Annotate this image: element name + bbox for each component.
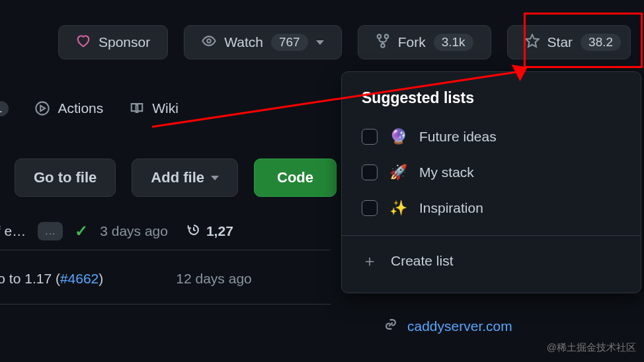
dropdown-title: Suggested lists <box>342 89 641 119</box>
divider <box>0 304 331 305</box>
go-to-file-button[interactable]: Go to file <box>15 159 116 197</box>
list-item-label: My stack <box>419 164 474 180</box>
fork-icon <box>376 34 390 52</box>
watch-button[interactable]: Watch 767 <box>184 25 341 59</box>
crystal-ball-icon: 🔮 <box>389 128 407 145</box>
svg-point-4 <box>36 102 49 114</box>
tab-wiki[interactable]: Wiki <box>130 100 179 116</box>
caret-down-icon <box>211 176 219 180</box>
checkbox[interactable] <box>362 129 378 145</box>
code-button[interactable]: Code <box>254 159 337 197</box>
fork-button[interactable]: Fork 3.1k <box>358 25 491 59</box>
history-icon <box>186 223 201 240</box>
tab-pull-requests[interactable]: ts 11 <box>0 100 9 116</box>
heart-icon <box>76 34 91 52</box>
fork-count: 3.1k <box>434 34 473 51</box>
svg-point-3 <box>381 44 385 48</box>
watch-count: 767 <box>271 34 308 51</box>
list-item[interactable]: 🔮 Future ideas <box>342 119 641 155</box>
check-icon: ✓ <box>75 222 88 240</box>
svg-point-1 <box>377 34 381 38</box>
list-item[interactable]: ✨ Inspiration <box>342 190 641 226</box>
commit-time: 12 days ago <box>176 271 251 287</box>
actions-label: Actions <box>58 100 103 116</box>
plus-icon: ＋ <box>362 250 378 272</box>
pr-link[interactable]: #4662 <box>60 271 99 286</box>
divider <box>0 250 331 250</box>
svg-point-0 <box>207 39 211 43</box>
list-item-label: Inspiration <box>419 200 483 216</box>
list-item-label: Future ideas <box>419 129 497 145</box>
fork-label: Fork <box>398 34 426 50</box>
sponsor-label: Sponsor <box>99 34 150 50</box>
star-count: 38.2 <box>581 34 621 51</box>
create-list-button[interactable]: ＋ Create list <box>342 235 641 277</box>
rocket-icon: 🚀 <box>389 164 407 181</box>
website-url: caddyserver.com <box>407 318 512 334</box>
commit-time: 3 days ago <box>100 223 168 239</box>
star-label: Star <box>547 34 573 50</box>
watch-label: Watch <box>224 34 263 50</box>
star-lists-dropdown: Suggested lists 🔮 Future ideas 🚀 My stac… <box>341 71 641 293</box>
star-icon <box>525 34 540 52</box>
eye-icon <box>202 34 216 52</box>
svg-point-2 <box>384 34 388 38</box>
list-item[interactable]: 🚀 My stack <box>342 155 641 190</box>
kebab-icon[interactable]: … <box>38 222 63 240</box>
checkbox[interactable] <box>362 200 378 216</box>
star-button[interactable]: Star 38.2 <box>507 25 631 59</box>
commit-count: 1,27 <box>206 223 233 239</box>
watermark: @稀土掘金技术社区 <box>547 342 636 354</box>
pr-count: 11 <box>0 101 9 116</box>
tab-actions[interactable]: Actions <box>35 100 103 116</box>
link-icon <box>383 317 398 335</box>
caret-down-icon <box>316 40 324 45</box>
commit-message: um Go to 1.17 (#4662) <box>0 271 103 287</box>
checkbox[interactable] <box>362 164 378 180</box>
wiki-label: Wiki <box>152 100 179 116</box>
add-file-button[interactable]: Add file <box>132 159 238 197</box>
sparkles-icon: ✨ <box>389 199 407 217</box>
sponsor-button[interactable]: Sponsor <box>58 25 168 59</box>
repo-website-link[interactable]: caddyserver.com <box>383 317 512 335</box>
commit-message-fragment: lress if e… <box>0 223 26 239</box>
